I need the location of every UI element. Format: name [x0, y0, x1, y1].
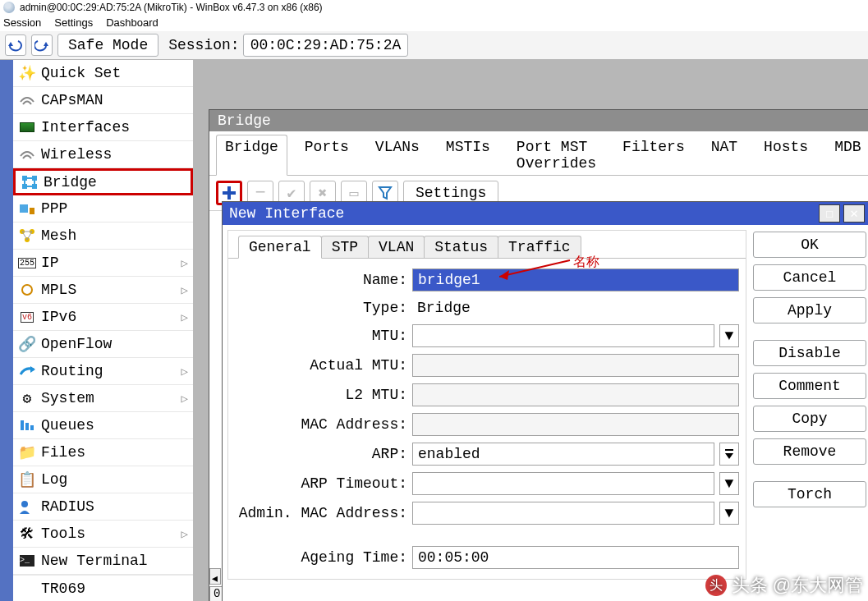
- general-panel: 名称 Name:bridge1 Type:Bridge MTU:▼ Actual…: [228, 258, 746, 579]
- sidebar-item-tr069[interactable]: TR069: [13, 575, 193, 601]
- apply-button[interactable]: Apply: [753, 297, 866, 323]
- mtu-dropdown[interactable]: ▼: [719, 324, 739, 347]
- svg-rect-9: [30, 208, 34, 214]
- watermark-icon: 头: [705, 575, 727, 596]
- sidebar-item-ipv6[interactable]: v6IPv6▷: [13, 304, 193, 331]
- workspace: ✨Quick Set CAPsMAN Interfaces Wireless B…: [0, 60, 868, 601]
- ok-button[interactable]: OK: [753, 232, 866, 258]
- sidebar-item-files[interactable]: 📁Files: [13, 439, 193, 466]
- torch-button[interactable]: Torch: [753, 481, 866, 507]
- chevron-right-icon: ▷: [181, 392, 188, 406]
- chevron-right-icon: ▷: [181, 283, 188, 297]
- sidebar-item-mpls[interactable]: MPLS▷: [13, 277, 193, 304]
- sidebar-item-quickset[interactable]: ✨Quick Set: [13, 60, 193, 87]
- dialog-close-button[interactable]: ✕: [843, 204, 865, 223]
- tab-status[interactable]: Status: [424, 236, 498, 258]
- sidebar-item-mesh[interactable]: Mesh: [13, 223, 193, 250]
- safe-mode-button[interactable]: Safe Mode: [57, 34, 158, 57]
- sidebar-item-ppp[interactable]: PPP: [13, 195, 193, 223]
- tab-hosts[interactable]: Hosts: [755, 135, 817, 175]
- bridge-window-title[interactable]: Bridge: [209, 110, 868, 131]
- tab-mstis[interactable]: MSTIs: [437, 135, 499, 175]
- tab-vlan[interactable]: VLAN: [368, 236, 425, 258]
- arp-timeout-input[interactable]: [412, 472, 714, 495]
- queues-icon: [18, 416, 36, 434]
- redo-button[interactable]: [31, 34, 53, 56]
- admin-mac-input[interactable]: [412, 502, 714, 525]
- svg-marker-24: [499, 270, 509, 280]
- label-ageing: Ageing Time:: [235, 549, 407, 566]
- undo-button[interactable]: [5, 34, 26, 56]
- sidebar-item-tools[interactable]: 🛠Tools▷: [13, 521, 193, 548]
- sidebar-item-routing[interactable]: Routing▷: [13, 358, 193, 385]
- sidebar: ✨Quick Set CAPsMAN Interfaces Wireless B…: [13, 60, 194, 601]
- svg-rect-19: [30, 425, 34, 430]
- tab-mdb[interactable]: MDB: [825, 135, 868, 175]
- files-icon: 📁: [18, 443, 36, 461]
- menubar: Session Settings Dashboard: [0, 15, 868, 31]
- sidebar-item-queues[interactable]: Queues: [13, 412, 193, 439]
- svg-point-16: [22, 285, 32, 295]
- mtu-input[interactable]: [412, 324, 714, 347]
- dialog-tabstrip: General STP VLAN Status Traffic: [228, 231, 746, 258]
- routing-icon: [18, 362, 36, 380]
- actual-mtu-value: [412, 354, 739, 377]
- dialog-minimize-button[interactable]: ☐: [819, 204, 840, 223]
- sidebar-item-bridge[interactable]: Bridge: [13, 168, 193, 195]
- tab-nat[interactable]: NAT: [702, 135, 746, 175]
- wifi-icon: [18, 145, 36, 163]
- arp-select[interactable]: enabled: [412, 443, 714, 466]
- svg-rect-18: [25, 423, 29, 430]
- tab-port-mst-overrides[interactable]: Port MST Overrides: [507, 135, 605, 175]
- svg-line-15: [27, 232, 32, 240]
- annotation-text: 名称: [573, 254, 599, 271]
- mac-value: [412, 413, 739, 436]
- cancel-button[interactable]: Cancel: [753, 264, 866, 291]
- comment-button[interactable]: Comment: [753, 373, 866, 399]
- copy-button[interactable]: Copy: [753, 406, 866, 432]
- sidebar-item-log[interactable]: 📋Log: [13, 466, 193, 493]
- menu-settings[interactable]: Settings: [54, 16, 93, 30]
- scroll-left-icon[interactable]: ◂: [209, 568, 221, 585]
- arp-dropdown[interactable]: [719, 443, 739, 466]
- terminal-icon: >_: [18, 552, 36, 570]
- label-name: Name:: [235, 272, 407, 288]
- session-value-box[interactable]: 00:0C:29:AD:75:2A: [243, 34, 409, 57]
- sidebar-item-capsman[interactable]: CAPsMAN: [13, 87, 193, 114]
- chevron-right-icon: ▷: [181, 527, 188, 541]
- tools-icon: 🛠: [18, 525, 36, 543]
- admin-mac-dropdown[interactable]: ▼: [719, 502, 739, 525]
- sidebar-item-openflow[interactable]: 🔗OpenFlow: [13, 331, 193, 358]
- menu-dashboard[interactable]: Dashboard: [106, 16, 158, 30]
- safe-mode-label: Safe Mode: [68, 37, 148, 53]
- mdi-area: Bridge Bridge Ports VLANs MSTIs Port MST…: [194, 60, 868, 601]
- chevron-right-icon: ▷: [181, 256, 188, 270]
- radius-icon: [18, 498, 36, 516]
- app-icon: [3, 2, 15, 13]
- sidebar-item-interfaces[interactable]: Interfaces: [13, 114, 193, 141]
- session-label: Session:: [168, 37, 239, 53]
- tab-stp[interactable]: STP: [321, 236, 369, 258]
- svg-rect-0: [22, 176, 27, 181]
- mesh-icon: [18, 227, 36, 245]
- tab-vlans[interactable]: VLANs: [366, 135, 429, 175]
- arp-timeout-dropdown[interactable]: ▼: [719, 472, 739, 495]
- sidebar-item-ip[interactable]: 255IP▷: [13, 250, 193, 277]
- left-blue-strip: [0, 60, 13, 601]
- session-value: 00:0C:29:AD:75:2A: [250, 37, 402, 53]
- tab-ports[interactable]: Ports: [296, 135, 358, 175]
- remove-button[interactable]: Remove: [753, 438, 866, 465]
- ageing-input[interactable]: 00:05:00: [412, 546, 739, 569]
- tab-general[interactable]: General: [238, 236, 322, 259]
- sidebar-item-wireless[interactable]: Wireless: [13, 141, 193, 168]
- disable-button[interactable]: Disable: [753, 340, 866, 366]
- dialog-title-bar[interactable]: New Interface ☐ ✕: [223, 202, 868, 225]
- sidebar-item-system[interactable]: ⚙System▷: [13, 385, 193, 412]
- tab-traffic[interactable]: Traffic: [498, 236, 581, 258]
- sidebar-item-radius[interactable]: RADIUS: [13, 493, 193, 521]
- tab-filters[interactable]: Filters: [613, 135, 694, 175]
- tab-bridge[interactable]: Bridge: [216, 135, 287, 176]
- menu-session[interactable]: Session: [3, 16, 41, 30]
- window-titlebar: admin@00:0C:29:AD:75:2A (MikroTik) - Win…: [0, 0, 868, 15]
- sidebar-item-terminal[interactable]: >_New Terminal: [13, 548, 193, 575]
